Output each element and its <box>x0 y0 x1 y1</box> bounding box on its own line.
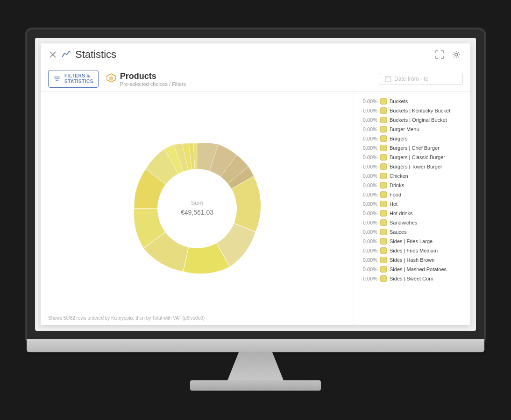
legend-pct: 0.00% <box>360 257 377 263</box>
legend-label-text: Sandwiches <box>390 220 417 225</box>
legend-color-swatch <box>380 266 387 273</box>
legend-color-swatch <box>380 219 387 226</box>
svg-marker-7 <box>109 76 113 81</box>
legend-pct: 0.00% <box>360 126 377 132</box>
legend-pct: 0.00% <box>360 136 377 141</box>
legend-label-text: Sides | Fries Medium <box>390 248 438 253</box>
legend-color-swatch <box>380 163 387 170</box>
legend-label-text: Buckets <box>390 98 408 104</box>
legend-color-swatch <box>380 173 387 179</box>
legend-pct: 0.00% <box>360 117 377 123</box>
legend-item: 0.00%Sides | Sweet Corn <box>358 274 467 283</box>
legend-pct: 0.00% <box>360 210 377 216</box>
legend-item: 0.00%Burgers | Tower Burger <box>358 162 467 171</box>
legend-label-text: Hot <box>390 201 397 207</box>
legend-label-text: Drinks <box>390 182 404 188</box>
legend-color-swatch <box>380 275 387 282</box>
legend-area: 0.00%Buckets0.00%Buckets | Kentucky Buck… <box>354 92 470 325</box>
legend-pct: 0.00% <box>360 201 377 207</box>
product-title: Products <box>120 71 186 81</box>
legend-item: 0.00%Sandwiches <box>358 218 467 227</box>
legend-pct: 0.00% <box>360 108 377 113</box>
donut-chart: Sum €49,561.03 <box>118 129 277 288</box>
legend-color-swatch <box>380 126 387 133</box>
legend-pct: 0.00% <box>360 98 377 104</box>
close-button[interactable] <box>48 50 57 59</box>
legend-label-text: Buckets | Original Bucket <box>390 117 447 123</box>
legend-color-swatch <box>380 145 387 151</box>
expand-button[interactable] <box>433 48 446 61</box>
legend-pct: 0.00% <box>360 276 377 281</box>
legend-pct: 0.00% <box>360 266 377 272</box>
legend-pct: 0.00% <box>360 229 377 235</box>
legend-label-text: Burgers | Classic Burger <box>390 154 445 160</box>
legend-pct: 0.00% <box>360 248 377 253</box>
legend-pct: 0.00% <box>360 192 377 197</box>
legend-item: 0.00%Burger Menu <box>358 125 467 134</box>
legend-label-text: Hot drinks <box>390 210 413 216</box>
legend-pct: 0.00% <box>360 238 377 244</box>
filters-button[interactable]: FILTERS & STATISTICS <box>48 70 99 88</box>
legend-item: 0.00%Food <box>358 190 467 199</box>
monitor-wrapper: Statistics <box>27 29 484 391</box>
title-left: Statistics <box>48 49 116 61</box>
main-content: Sum €49,561.03 Shows 50/82 rows ordered … <box>41 92 470 325</box>
legend-label-text: Food <box>390 192 401 197</box>
product-icon <box>106 73 116 85</box>
toolbar: FILTERS & STATISTICS Products Pre-select… <box>41 66 470 92</box>
settings-button[interactable] <box>450 48 463 61</box>
calendar-icon <box>385 76 391 82</box>
chart-icon <box>61 49 71 61</box>
legend-item: 0.00%Buckets <box>358 97 467 106</box>
legend-color-swatch <box>380 117 387 123</box>
legend-color-swatch <box>380 154 387 161</box>
legend-pct: 0.00% <box>360 173 377 179</box>
date-placeholder: Date from - to <box>394 76 428 82</box>
svg-text:Sum: Sum <box>191 199 204 206</box>
settings-icon <box>452 50 461 59</box>
date-filter[interactable]: Date from - to <box>379 73 463 85</box>
legend-item: 0.00%Burgers | Chef Burger <box>358 143 467 153</box>
filters-label: FILTERS & STATISTICS <box>64 73 93 84</box>
legend-color-swatch <box>380 247 387 254</box>
product-header: Products Pre-selected choices / Filters <box>106 71 186 87</box>
legend-item: 0.00%Drinks <box>358 181 467 190</box>
legend-item: 0.00%Sides | Fries Large <box>358 237 467 246</box>
legend-label-text: Sides | Mashed Potatoes <box>390 266 447 272</box>
svg-text:€49,561.03: €49,561.03 <box>181 209 213 216</box>
product-section: Products Pre-selected choices / Filters <box>120 71 186 87</box>
legend-item: 0.00%Hot drinks <box>358 209 467 218</box>
legend-color-swatch <box>380 182 387 189</box>
legend-item: 0.00%Burgers | Classic Burger <box>358 153 467 162</box>
legend-label-text: Sides | Fries Large <box>390 238 433 244</box>
close-icon <box>50 51 56 58</box>
legend-color-swatch <box>380 201 387 207</box>
legend-label-text: Burgers | Chef Burger <box>390 145 440 151</box>
monitor-chin <box>27 339 484 352</box>
expand-icon <box>435 50 444 59</box>
legend-label-text: Burgers | Tower Burger <box>390 164 442 169</box>
legend-item: 0.00%Sauces <box>358 227 467 237</box>
title-actions <box>433 48 463 61</box>
legend-color-swatch <box>380 191 387 198</box>
legend-item: 0.00%Chicken <box>358 171 467 181</box>
title-bar: Statistics <box>41 43 470 66</box>
app-container: Statistics <box>41 43 470 325</box>
legend-color-swatch <box>380 257 387 263</box>
legend-pct: 0.00% <box>360 164 377 169</box>
legend-item: 0.00%Sides | Hash Brown <box>358 255 467 265</box>
donut-svg: Sum €49,561.03 <box>118 129 277 288</box>
legend-color-swatch <box>380 135 387 142</box>
legend-color-swatch <box>380 238 387 245</box>
filters-icon <box>53 75 61 83</box>
legend-pct: 0.00% <box>360 220 377 225</box>
chart-footer: Shows 50/82 rows ordered by Κατηγορίες t… <box>48 315 205 321</box>
legend-item: 0.00%Burgers <box>358 134 467 143</box>
legend-label-text: Burger Menu <box>390 126 419 132</box>
legend-color-swatch <box>380 229 387 235</box>
legend-pct: 0.00% <box>360 154 377 160</box>
legend-item: 0.00%Sides | Mashed Potatoes <box>358 265 467 274</box>
legend-color-swatch <box>380 107 387 114</box>
chart-area: Sum €49,561.03 Shows 50/82 rows ordered … <box>41 92 354 325</box>
window-title: Statistics <box>75 49 116 61</box>
